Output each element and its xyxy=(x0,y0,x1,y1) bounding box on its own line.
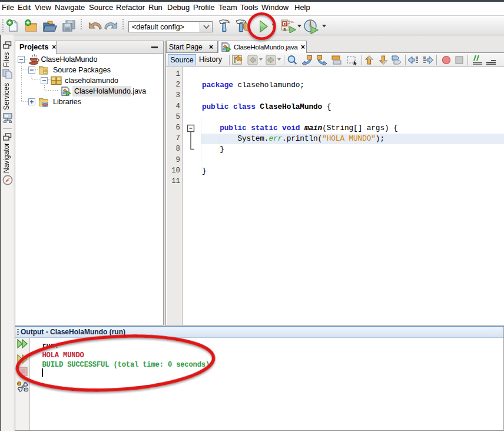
svg-text:3: 3 xyxy=(283,27,286,32)
